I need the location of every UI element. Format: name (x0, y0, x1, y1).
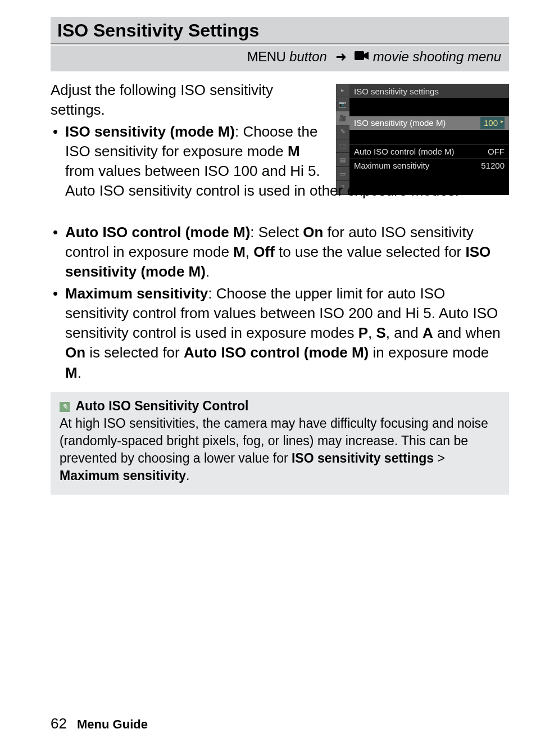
bullet-continuation: Auto ISO sensitivity control is used in … (65, 181, 503, 201)
bullet-text: in exposure mode (369, 344, 489, 361)
arrow-right-icon: ➜ (335, 49, 347, 65)
bullet-text: : Select (250, 224, 303, 241)
bullet-iso-sensitivity: ISO sensitivity (mode M): Choose the ISO… (51, 122, 320, 220)
note-body: At high ISO sensitivities, the camera ma… (60, 415, 500, 485)
comma: , (368, 324, 376, 341)
row-label: ISO sensitivity (mode M) (354, 117, 446, 129)
bullet-auto-iso: Auto ISO control (mode M): Select On for… (51, 223, 509, 282)
sidebar-recent-icon: ▭ (336, 167, 349, 181)
period: . (78, 364, 81, 381)
bullet-term: Auto ISO control (mode M) (65, 224, 250, 241)
mode-s: S (376, 324, 386, 341)
off-label: Off (253, 243, 275, 260)
mode-m: M (233, 243, 246, 260)
bullet-text: to use the value selected for (275, 243, 466, 260)
note-box: ✎ Auto ISO Sensitivity Control At high I… (51, 392, 509, 495)
mode-p: P (358, 324, 368, 341)
note-icon: ✎ (60, 402, 70, 412)
note-heading: ✎ Auto ISO Sensitivity Control (60, 397, 500, 415)
panel-header: ISO sensitivity settings (349, 84, 509, 98)
button-text: button (289, 49, 327, 64)
sidebar-movie-icon: 🎥 (336, 111, 349, 125)
menu-main-panel: ISO sensitivity settings ISO sensitivity… (349, 84, 509, 195)
intro-paragraph: Adjust the following ISO sensitivity set… (51, 80, 320, 120)
content-area: Adjust the following ISO sensitivity set… (51, 80, 509, 495)
on-label: On (65, 344, 85, 361)
comma: , and (386, 324, 423, 341)
note-bold: ISO sensitivity settings (292, 451, 434, 465)
period: . (186, 468, 189, 483)
panel-gap (349, 130, 509, 144)
panel-gap (349, 98, 509, 116)
comma: , (246, 243, 253, 260)
menu-button-label: MENU (247, 49, 286, 64)
breadcrumb: MENU button ➜ movie shooting menu (51, 46, 509, 71)
movie-menu-text: movie shooting menu (373, 49, 501, 64)
page-footer: 62 Menu Guide (51, 715, 148, 732)
on-label: On (303, 224, 323, 241)
row-label: Auto ISO control (mode M) (354, 146, 454, 157)
auto-iso-label: Auto ISO control (mode M) (184, 344, 369, 361)
bullet-text: from values between ISO 100 and Hi 5. (65, 162, 320, 179)
bullet-term: ISO sensitivity (mode M) (65, 123, 235, 140)
sidebar-photo-icon: 📷 (336, 97, 349, 111)
intro-wrapper: Adjust the following ISO sensitivity set… (51, 80, 509, 383)
section-title-box: ISO Sensitivity Settings (51, 17, 509, 44)
row-value: 100 (480, 117, 505, 129)
row-value: OFF (488, 146, 505, 157)
period: . (206, 263, 210, 280)
note-title: Auto ISO Sensitivity Control (75, 399, 248, 413)
mode-a: A (423, 324, 433, 341)
bullet-text: and when (433, 324, 501, 341)
sidebar-playback-icon: ▸ (336, 84, 349, 98)
bullet-max-sensitivity: Maximum sensitivity: Choose the upper li… (51, 284, 509, 382)
sidebar-retouch-icon: ⬚ (336, 139, 349, 153)
camera-menu-screenshot: ▸ 📷 🎥 ✎ ⬚ ▤ ▭ ? ISO sensitivity settings… (336, 84, 509, 195)
menu-sidebar: ▸ 📷 🎥 ✎ ⬚ ▤ ▭ ? (336, 84, 349, 195)
row-value: 51200 (481, 160, 505, 171)
bullet-term: Maximum sensitivity (65, 285, 208, 302)
note-gt: > (434, 451, 445, 465)
panel-row-iso-sensitivity: ISO sensitivity (mode M) 100 (349, 116, 509, 130)
footer-label: Menu Guide (77, 717, 148, 731)
mode-m: M (288, 143, 300, 160)
svg-rect-0 (355, 51, 364, 60)
panel-row-auto-iso: Auto ISO control (mode M) OFF (349, 144, 509, 159)
section-title: ISO Sensitivity Settings (57, 20, 502, 41)
mode-m: M (65, 364, 78, 381)
note-bold: Maximum sensitivity (60, 468, 186, 483)
sidebar-setup-icon: ▤ (336, 153, 349, 167)
panel-row-max-sensitivity: Maximum sensitivity 51200 (349, 159, 509, 173)
page-number: 62 (51, 715, 67, 732)
movie-camera-icon (355, 49, 369, 65)
sidebar-pencil-icon: ✎ (336, 125, 349, 139)
bullet-text: is selected for (85, 344, 184, 361)
row-label: Maximum sensitivity (354, 160, 429, 171)
